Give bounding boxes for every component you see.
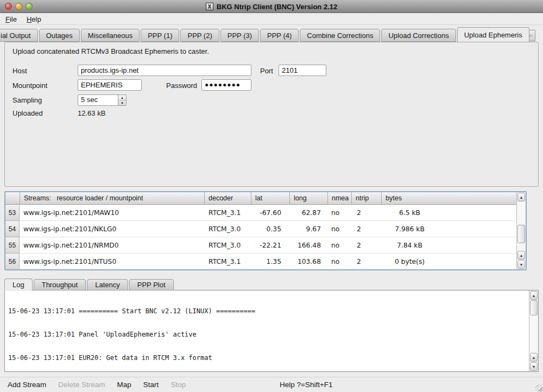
- cell-nmea: no: [327, 254, 351, 270]
- corner-header-cell: [5, 192, 20, 204]
- tab-combine-corrections[interactable]: Combine Corrections: [300, 29, 380, 42]
- cell-ntrip: 2: [351, 205, 381, 221]
- cell-nmea: no: [327, 237, 351, 254]
- log-line: 15-06-23 13:17:01 EUR20: Get data in RTC…: [8, 354, 528, 362]
- col-header-decoder[interactable]: decoder: [204, 192, 251, 204]
- cell-long: 9.67: [289, 221, 327, 237]
- scroll-down-icon[interactable]: ▼: [517, 260, 525, 269]
- cell-long: 166.48: [289, 237, 327, 254]
- stream-row[interactable]: 54 www.igs-ip.net:2101/NKLG0 RTCM_3.0 0.…: [5, 221, 526, 237]
- col-header-lat[interactable]: lat: [251, 192, 289, 204]
- add-stream-button[interactable]: Add Stream: [8, 381, 46, 389]
- cell-decoder: RTCM_3.1: [204, 254, 251, 270]
- cell-long: 103.68: [289, 254, 327, 270]
- output-tab-bar: Log Throughput Latency PPP Plot: [4, 278, 175, 290]
- mountpoint-label: Mountpoint: [12, 81, 47, 90]
- col-header-streams[interactable]: Streams: resource loader / mountpoint: [20, 192, 204, 204]
- tab-ppp-4[interactable]: PPP (4): [260, 29, 299, 42]
- cell-nmea: no: [327, 205, 351, 221]
- cell-ntrip: 2: [351, 221, 381, 237]
- log-panel: 15-06-23 13:17:01 ========== Start BNC v…: [4, 290, 539, 372]
- scroll-down-icon[interactable]: ▼: [530, 362, 538, 371]
- panel-description: Upload concatenated RTCMv3 Broadcast Eph…: [12, 47, 209, 55]
- col-header-long[interactable]: long: [289, 192, 327, 204]
- settings-tab-bar: ial Output Outages Miscellaneous PPP (1)…: [0, 25, 543, 42]
- cell-long: 62.87: [289, 205, 327, 221]
- tab-ppp-1[interactable]: PPP (1): [141, 29, 179, 42]
- row-header[interactable]: 56: [5, 254, 20, 270]
- tab-ppp-3[interactable]: PPP (3): [220, 29, 259, 42]
- bottom-toolbar: Add Stream Delete Stream Map Start Stop …: [0, 377, 543, 392]
- cell-bytes-value: 7.84 kB: [381, 242, 438, 249]
- port-input[interactable]: [279, 65, 326, 76]
- start-button[interactable]: Start: [143, 381, 159, 389]
- menu-help[interactable]: Help: [27, 15, 41, 23]
- tab-serial-output[interactable]: ial Output: [0, 29, 38, 42]
- tab-throughput[interactable]: Throughput: [34, 279, 86, 290]
- cell-lat: 1.35: [251, 254, 289, 270]
- log-line: 15-06-23 13:17:01 Panel 'UploadEphemeris…: [8, 331, 528, 338]
- sampling-spin-buttons: ▲ ▼: [118, 95, 126, 105]
- scroll-up-icon[interactable]: ▲: [517, 251, 525, 260]
- host-input[interactable]: [78, 65, 251, 76]
- menu-help-rest: elp: [31, 15, 41, 23]
- delete-stream-button: Delete Stream: [58, 381, 105, 389]
- sampling-label: Sampling: [12, 96, 42, 104]
- menu-file[interactable]: File: [5, 15, 17, 23]
- cell-bytes-value: 7.986 kB: [381, 225, 438, 233]
- cell-bytes-value: 0 byte(s): [381, 258, 438, 265]
- stream-row[interactable]: 53 www.igs-ip.net:2101/MAW10 RTCM_3.1 -6…: [5, 205, 526, 221]
- scroll-up-icon[interactable]: ▲: [530, 291, 538, 300]
- cell-lat: -67.60: [251, 205, 289, 221]
- cell-decoder: RTCM_3.0: [204, 221, 251, 237]
- spin-up-icon[interactable]: ▲: [118, 95, 126, 100]
- title-wrap: X BKG Ntrip Client (BNC) Version 2.12: [0, 0, 543, 13]
- log-line: 15-06-23 13:17:01 ========== Start BNC v…: [8, 307, 528, 315]
- x11-app-icon: X: [206, 3, 213, 10]
- cell-ntrip: 2: [351, 254, 381, 270]
- window-title: BKG Ntrip Client (BNC) Version 2.12: [217, 3, 337, 11]
- scrollbar-thumb[interactable]: [530, 300, 538, 315]
- row-header[interactable]: 54: [5, 221, 20, 237]
- tab-miscellaneous[interactable]: Miscellaneous: [81, 29, 140, 42]
- tab-latency[interactable]: Latency: [87, 279, 128, 290]
- tab-upload-corrections[interactable]: Upload Corrections: [381, 29, 456, 42]
- menu-file-rest: ile: [10, 15, 17, 23]
- tab-upload-ephemeris[interactable]: Upload Ephemeris: [457, 27, 529, 42]
- host-label: Host: [12, 67, 27, 75]
- col-header-ntrip[interactable]: ntrip: [351, 192, 381, 204]
- sampling-spinbox[interactable]: 5 sec ▲ ▼: [78, 94, 127, 106]
- map-button[interactable]: Map: [117, 381, 131, 389]
- tab-outages[interactable]: Outages: [39, 29, 80, 42]
- tab-log[interactable]: Log: [4, 279, 33, 291]
- scroll-up-icon[interactable]: ▲: [530, 353, 538, 362]
- menu-file-accel: F: [5, 15, 10, 23]
- stream-row[interactable]: 55 www.igs-ip.net:2101/NRMD0 RTCM_3.0 -2…: [5, 237, 526, 254]
- cell-resource: www.igs-ip.net:2101/NRMD0: [20, 237, 204, 254]
- scrollbar-thumb[interactable]: [517, 225, 525, 243]
- resize-grip[interactable]: [535, 384, 542, 391]
- mountpoint-input[interactable]: [78, 79, 142, 91]
- cell-resource: www.igs-ip.net:2101/NKLG0: [20, 221, 204, 237]
- tab-ppp-2[interactable]: PPP (2): [180, 29, 219, 42]
- port-label: Port: [260, 67, 273, 75]
- stream-row[interactable]: 56 www.igs-ip.net:2101/NTUS0 RTCM_3.1 1.…: [5, 254, 526, 270]
- spin-down-icon[interactable]: ▼: [118, 100, 126, 105]
- upload-ephemeris-panel: Upload concatenated RTCMv3 Broadcast Eph…: [4, 42, 539, 187]
- tab-ppp-plot[interactable]: PPP Plot: [129, 279, 174, 290]
- row-header[interactable]: 55: [5, 237, 20, 254]
- menu-bar: File Help: [0, 14, 543, 25]
- col-header-bytes[interactable]: bytes: [381, 192, 526, 204]
- scroll-up-icon[interactable]: ▲: [517, 193, 525, 201]
- col-header-nmea[interactable]: nmea: [327, 192, 351, 204]
- cell-decoder: RTCM_3.0: [204, 237, 251, 254]
- password-label: Password: [166, 81, 197, 90]
- log-vertical-scrollbar[interactable]: ▲ ▲ ▼: [529, 290, 538, 371]
- row-header[interactable]: 53: [5, 205, 20, 221]
- cell-lat: 0.35: [251, 221, 289, 237]
- table-vertical-scrollbar[interactable]: ▲ ▲ ▼: [516, 192, 526, 269]
- streams-table-header: Streams: resource loader / mountpoint de…: [5, 192, 526, 205]
- cell-bytes: 6.5 kB: [381, 205, 526, 221]
- password-input[interactable]: ●●●●●●●●: [201, 79, 251, 91]
- cell-resource: www.igs-ip.net:2101/NTUS0: [20, 254, 204, 270]
